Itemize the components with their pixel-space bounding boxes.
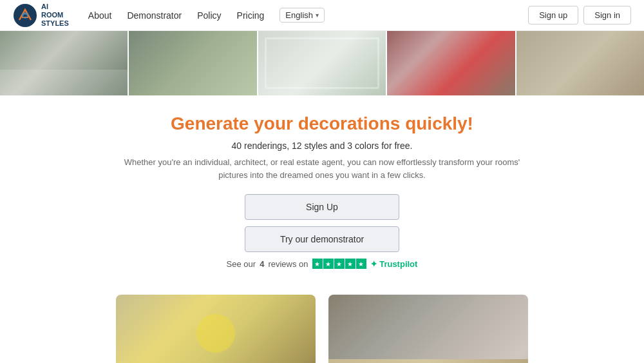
hero-image-4 [386,31,515,95]
star-4: ★ [345,259,355,269]
svg-point-0 [14,4,37,27]
demo-button[interactable]: Try our demonstrator [245,226,399,252]
trustpilot-stars: ★ ★ ★ ★ ★ [312,259,366,269]
hero-image-5 [515,31,644,95]
nav-links: About Demonstrator Policy Pricing Englis… [88,8,518,23]
main-content: Generate your decorations quickly! 40 re… [0,95,644,282]
trustpilot-prefix: See our [227,259,256,269]
hero-strip [0,31,644,95]
nav-about[interactable]: About [88,10,112,21]
signup-button-main[interactable]: Sign Up [245,194,399,220]
hero-image-1 [0,31,128,95]
hero-image-2 [128,31,256,95]
signin-button[interactable]: Sign in [583,6,631,25]
bottom-images [0,282,644,363]
nav-policy[interactable]: Policy [197,10,221,21]
signup-button[interactable]: Sign up [528,6,578,25]
chevron-down-icon: ▾ [316,12,319,19]
trustpilot-row: See our 4 reviews on ★ ★ ★ ★ ★ ✦ Trustpi… [13,259,631,269]
logo-text: AI ROOM STYLES [41,3,69,28]
nav-demonstrator[interactable]: Demonstrator [127,10,182,21]
trustpilot-logo: ✦ Trustpilot [370,259,418,269]
bottom-image-kitchen [328,295,528,363]
star-1: ★ [312,259,323,269]
star-2: ★ [323,259,334,269]
page-headline: Generate your decorations quickly! [13,113,631,134]
language-label: English [285,10,313,20]
trustpilot-count: 4 [260,259,264,269]
star-5: ★ [356,259,366,269]
trustpilot-star-icon: ✦ [370,259,377,269]
language-selector[interactable]: English ▾ [279,8,325,23]
nav-auth: Sign up Sign in [528,6,631,25]
logo-icon [13,3,37,28]
bottom-image-living-room [116,295,316,363]
description-text: Whether you're an individual, architect,… [116,156,528,181]
trustpilot-suffix: reviews on [268,259,308,269]
hero-image-3 [257,31,386,95]
subheadline: 40 renderings, 12 styles and 3 colors fo… [13,141,631,151]
logo[interactable]: AI ROOM STYLES [13,3,69,28]
navbar: AI ROOM STYLES About Demonstrator Policy… [0,0,644,31]
star-3: ★ [334,259,345,269]
nav-pricing[interactable]: Pricing [237,10,265,21]
